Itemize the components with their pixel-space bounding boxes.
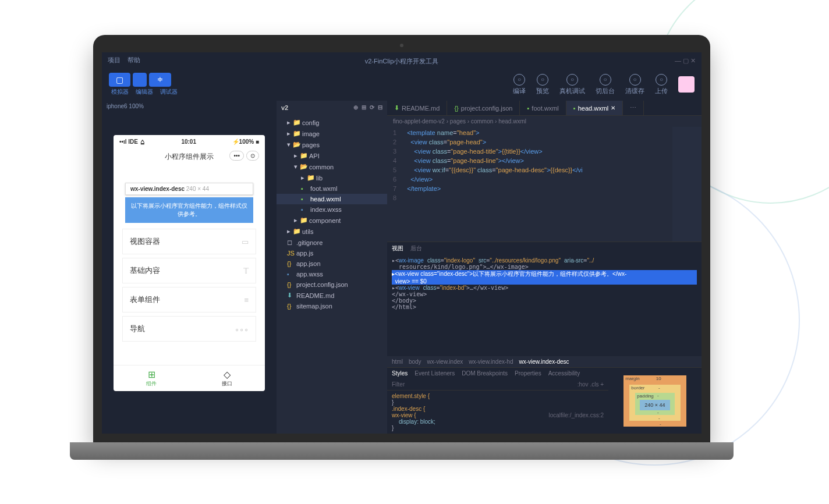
sim-list-item[interactable]: 表单组件≡: [122, 287, 256, 313]
styles-filter[interactable]: Filter: [392, 381, 405, 388]
phone-more-icon[interactable]: •••: [229, 151, 244, 161]
tree-item[interactable]: {} sitemap.json: [277, 301, 387, 311]
styles-tab[interactable]: Styles: [392, 370, 408, 377]
mode-pill[interactable]: [133, 73, 147, 87]
dom-crumb[interactable]: wx-view.index-hd: [469, 359, 513, 365]
tree-item[interactable]: ▸ 📁 API: [277, 150, 387, 161]
tree-item[interactable]: ▸ 📁 image: [277, 128, 387, 139]
dom-crumb[interactable]: wx-view.index-desc: [519, 359, 569, 365]
devtools-dom[interactable]: ▸<wx-image class="index-logo" src="../re…: [387, 255, 702, 356]
toolbar-action[interactable]: ○编译: [513, 74, 526, 95]
tabs-more[interactable]: ⋯: [623, 101, 644, 115]
refresh-icon[interactable]: ⟳: [370, 104, 374, 111]
styles-tab[interactable]: Properties: [515, 370, 541, 377]
editor-tab[interactable]: ▪ head.wxml ✕: [566, 101, 623, 115]
styles-tab[interactable]: Event Listeners: [414, 370, 455, 377]
close-icon: ✕: [611, 105, 615, 111]
toolbar-action[interactable]: ○切后台: [596, 74, 615, 95]
tree-item[interactable]: ◻ .gitignore: [277, 237, 387, 248]
sim-tab[interactable]: ⊞组件: [114, 365, 189, 391]
code-editor[interactable]: 12345678 <template name="head"> <view cl…: [387, 127, 702, 242]
new-file-icon[interactable]: ⊕: [353, 104, 358, 111]
phone-simulator[interactable]: ••ıl IDE ⩠ 10:01 ⚡100% ■ 小程序组件展示 •••⊙ wx…: [114, 135, 265, 391]
devtools: 视图后台 ▸<wx-image class="index-logo" src="…: [387, 242, 702, 434]
tree-item[interactable]: ▸ 📁 lib: [277, 172, 387, 183]
collapse-icon[interactable]: ⊟: [378, 104, 382, 111]
tree-item[interactable]: {} project.config.json: [277, 279, 387, 290]
toolbar-action[interactable]: ○上传: [655, 74, 668, 95]
laptop-frame: v2-FinClip小程序开发工具 — ▢ ✕ 项目 帮助 ▢⫩ 模拟器编辑器调…: [93, 35, 710, 466]
tree-item[interactable]: JS app.js: [277, 248, 387, 258]
menu-help[interactable]: 帮助: [127, 56, 140, 65]
new-folder-icon[interactable]: ⊞: [362, 104, 366, 111]
tree-item[interactable]: ▸ 📁 utils: [277, 226, 387, 237]
phone-close-icon[interactable]: ⊙: [246, 151, 259, 161]
toolbar-action[interactable]: ○清缓存: [625, 74, 644, 95]
toolbar-action[interactable]: ○预览: [536, 74, 549, 95]
laptop-base: [70, 442, 734, 460]
phone-title: 小程序组件展示 •••⊙: [114, 148, 265, 165]
avatar[interactable]: [678, 76, 695, 93]
styles-tab[interactable]: Accessibility: [548, 370, 580, 377]
editor-tab[interactable]: {} project.config.json: [447, 101, 520, 115]
editor-tab[interactable]: ▪ foot.wxml: [520, 101, 566, 115]
simulator-panel: iphone6 100% ••ıl IDE ⩠ 10:01 ⚡100% ■ 小程…: [102, 101, 277, 434]
tree-item[interactable]: ▸ 📁 config: [277, 117, 387, 128]
simulator-device[interactable]: iphone6 100%: [102, 101, 277, 112]
tree-item[interactable]: ▸ 📁 component: [277, 215, 387, 226]
tree-item[interactable]: ▾ 📂 pages: [277, 139, 387, 150]
devtools-tab[interactable]: 视图: [392, 244, 403, 253]
mode-pill[interactable]: ▢: [109, 73, 130, 87]
editor-area: ⬇ README.md{} project.config.json▪ foot.…: [387, 101, 702, 434]
explorer-root[interactable]: v2: [281, 104, 288, 111]
dom-crumb[interactable]: wx-view.index: [427, 359, 463, 365]
window-controls[interactable]: — ▢ ✕: [675, 57, 696, 65]
mode-pill[interactable]: ⫩: [149, 73, 171, 87]
dom-crumb[interactable]: body: [409, 359, 421, 365]
sim-list-item[interactable]: 基础内容𝕋: [122, 258, 256, 283]
menu-project[interactable]: 项目: [108, 56, 121, 65]
toolbar-action[interactable]: ○真机调试: [559, 74, 585, 95]
tree-item[interactable]: ▪ foot.wxml: [277, 183, 387, 194]
file-explorer: v2 ⊕⊞⟳⊟ ▸ 📁 config▸ 📁 image▾ 📂 pages▸ 📁 …: [277, 101, 387, 434]
ide-window: v2-FinClip小程序开发工具 — ▢ ✕ 项目 帮助 ▢⫩ 模拟器编辑器调…: [102, 52, 702, 434]
devtools-tab[interactable]: 后台: [410, 244, 422, 253]
sim-list-item[interactable]: 视图容器▭: [122, 229, 256, 254]
camera: [400, 44, 403, 47]
highlighted-element[interactable]: 以下将展示小程序官方组件能力，组件样式仅供参考。: [125, 197, 253, 223]
toolbar: ▢⫩ 模拟器编辑器调试器 ○编译○预览○真机调试○切后台○清缓存○上传: [102, 68, 702, 101]
tree-item[interactable]: ▪ app.wxss: [277, 269, 387, 279]
tree-item[interactable]: ▪ index.wxss: [277, 204, 387, 215]
breadcrumb[interactable]: fino-applet-demo-v2 › pages › common › h…: [387, 116, 702, 127]
box-model[interactable]: margin10 border- padding- 240 × 44 - - -: [608, 368, 702, 434]
tree-item[interactable]: ▪ head.wxml: [277, 194, 387, 204]
phone-statusbar: ••ıl IDE ⩠ 10:01 ⚡100% ■: [114, 135, 265, 148]
tree-item[interactable]: {} app.json: [277, 258, 387, 269]
tree-item[interactable]: ▾ 📂 common: [277, 161, 387, 172]
minimap[interactable]: [672, 127, 702, 242]
styles-tab[interactable]: DOM Breakpoints: [462, 370, 508, 377]
window-title: v2-FinClip小程序开发工具: [365, 57, 439, 66]
sim-list-item[interactable]: 导航∘∘∘: [122, 316, 256, 342]
sim-tab[interactable]: ◇接口: [189, 365, 265, 391]
tree-item[interactable]: ⬇ README.md: [277, 290, 387, 301]
editor-tab[interactable]: ⬇ README.md: [387, 101, 447, 115]
dom-crumb[interactable]: html: [392, 359, 403, 365]
inspect-tooltip: wx-view.index-desc 240 × 44: [125, 183, 253, 195]
